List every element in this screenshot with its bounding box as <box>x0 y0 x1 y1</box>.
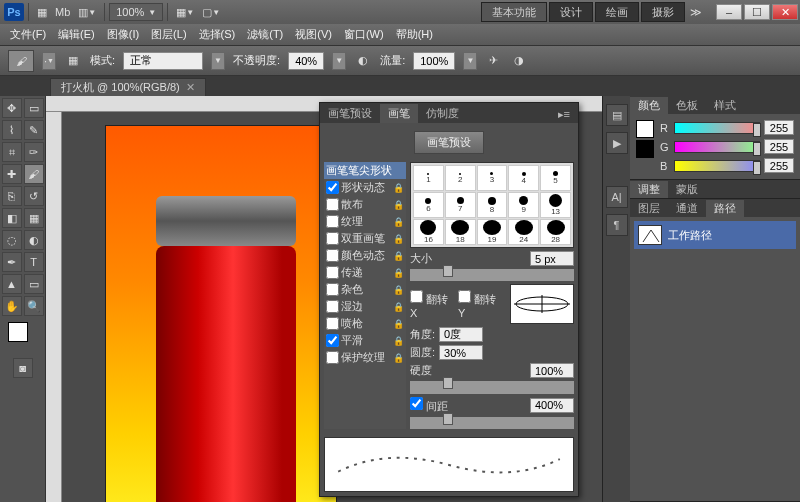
menu-view[interactable]: 视图(V) <box>289 27 338 42</box>
angle-control[interactable] <box>510 284 574 324</box>
vertical-ruler[interactable] <box>46 112 62 502</box>
brush-preset-18[interactable]: 18 <box>445 219 476 245</box>
brush-option-9[interactable]: 喷枪🔒 <box>324 315 406 332</box>
brush-option-2[interactable]: 散布🔒 <box>324 196 406 213</box>
g-slider[interactable] <box>674 141 760 153</box>
airbrush-button[interactable]: ✈ <box>485 52 502 70</box>
brush-preset-4[interactable]: 4 <box>508 165 539 191</box>
tablet-opacity-button[interactable]: ◐ <box>354 52 372 70</box>
spacing-slider[interactable] <box>410 417 574 429</box>
color-bg-swatch[interactable] <box>636 140 654 158</box>
brush-preset-1[interactable]: 1 <box>413 165 444 191</box>
crop-tool[interactable]: ⌗ <box>2 142 22 162</box>
flow-dropdown[interactable]: ▼ <box>463 52 477 70</box>
tab-adjustments[interactable]: 调整 <box>630 181 668 198</box>
color-swatches[interactable] <box>6 320 40 354</box>
g-input[interactable] <box>764 139 794 154</box>
menu-help[interactable]: 帮助(H) <box>390 27 439 42</box>
lasso-tool[interactable]: ⌇ <box>2 120 22 140</box>
foreground-color-swatch[interactable] <box>8 322 28 342</box>
tab-clone-source[interactable]: 仿制度 <box>418 104 467 123</box>
brush-preset-2[interactable]: 2 <box>445 165 476 191</box>
hardness-slider[interactable] <box>410 381 574 393</box>
maximize-button[interactable]: ☐ <box>744 4 770 20</box>
marquee-tool[interactable]: ▭ <box>24 98 44 118</box>
gradient-tool[interactable]: ▦ <box>24 208 44 228</box>
b-input[interactable] <box>764 158 794 173</box>
healing-tool[interactable]: ✚ <box>2 164 22 184</box>
menu-edit[interactable]: 编辑(E) <box>52 27 101 42</box>
actions-panel-icon[interactable]: ▶ <box>606 132 628 154</box>
flow-input[interactable]: 100% <box>413 52 455 70</box>
tab-styles[interactable]: 样式 <box>706 97 744 114</box>
brush-preset-16[interactable]: 16 <box>413 219 444 245</box>
minibridge-button[interactable]: Mb <box>51 3 74 21</box>
brush-preset-6[interactable]: 6 <box>413 192 444 218</box>
dodge-tool[interactable]: ◐ <box>24 230 44 250</box>
brush-preset-picker[interactable]: ·▼ <box>42 52 56 70</box>
brush-preset-8[interactable]: 8 <box>477 192 508 218</box>
brush-option-4[interactable]: 双重画笔🔒 <box>324 230 406 247</box>
bridge-button[interactable]: ▦ <box>33 3 51 21</box>
close-document-icon[interactable]: ✕ <box>186 81 195 94</box>
shape-tool[interactable]: ▭ <box>24 274 44 294</box>
brush-preset-28[interactable]: 28 <box>540 219 571 245</box>
menu-layer[interactable]: 图层(L) <box>145 27 192 42</box>
stamp-tool[interactable]: ⎘ <box>2 186 22 206</box>
workspace-tab-photography[interactable]: 摄影 <box>641 2 685 22</box>
zoom-select[interactable]: 100% ▼ <box>109 3 163 21</box>
size-input[interactable] <box>530 251 574 266</box>
eraser-tool[interactable]: ◧ <box>2 208 22 228</box>
b-slider[interactable] <box>674 160 760 172</box>
tab-color[interactable]: 颜色 <box>630 97 668 114</box>
brush-option-7[interactable]: 杂色🔒 <box>324 281 406 298</box>
brush-panel-toggle[interactable]: ▦ <box>64 52 82 70</box>
tab-swatches[interactable]: 色板 <box>668 97 706 114</box>
zoom-tool[interactable]: 🔍 <box>24 296 44 316</box>
brush-preset-19[interactable]: 19 <box>477 219 508 245</box>
hand-tool[interactable]: ✋ <box>2 296 22 316</box>
size-slider[interactable] <box>410 269 574 281</box>
r-slider[interactable] <box>674 122 760 134</box>
tab-channels[interactable]: 通道 <box>668 200 706 217</box>
close-button[interactable]: ✕ <box>772 4 798 20</box>
tab-paths[interactable]: 路径 <box>706 200 744 217</box>
brush-option-10[interactable]: 平滑🔒 <box>324 332 406 349</box>
workspace-tab-essentials[interactable]: 基本功能 <box>481 2 547 22</box>
brush-option-8[interactable]: 湿边🔒 <box>324 298 406 315</box>
hardness-input[interactable] <box>530 363 574 378</box>
blend-mode-dropdown[interactable]: ▼ <box>211 52 225 70</box>
opacity-input[interactable]: 40% <box>288 52 324 70</box>
paragraph-panel-icon[interactable]: ¶ <box>606 214 628 236</box>
menu-window[interactable]: 窗口(W) <box>338 27 390 42</box>
brush-tip-grid[interactable]: 123456789131618192428 <box>410 162 574 248</box>
brush-preset-7[interactable]: 7 <box>445 192 476 218</box>
brush-preset-9[interactable]: 9 <box>508 192 539 218</box>
menu-image[interactable]: 图像(I) <box>101 27 145 42</box>
spacing-input[interactable] <box>530 398 574 413</box>
spacing-checkbox[interactable]: 间距 <box>410 397 448 414</box>
brush-preset-24[interactable]: 24 <box>508 219 539 245</box>
brush-option-3[interactable]: 纹理🔒 <box>324 213 406 230</box>
blend-mode-select[interactable]: 正常 <box>123 52 203 70</box>
panel-menu-icon[interactable]: ▸≡ <box>550 106 578 123</box>
brush-preset-13[interactable]: 13 <box>540 192 571 218</box>
brush-option-0[interactable]: 画笔笔尖形状 <box>324 162 406 179</box>
tablet-size-button[interactable]: ◑ <box>510 52 528 70</box>
path-item-work-path[interactable]: 工作路径 <box>634 221 796 249</box>
menu-file[interactable]: 文件(F) <box>4 27 52 42</box>
quick-select-tool[interactable]: ✎ <box>24 120 44 140</box>
workspace-more-button[interactable]: ≫ <box>686 3 706 21</box>
workspace-tab-painting[interactable]: 绘画 <box>595 2 639 22</box>
eyedropper-tool[interactable]: ✑ <box>24 142 44 162</box>
move-tool[interactable]: ✥ <box>2 98 22 118</box>
type-tool[interactable]: T <box>24 252 44 272</box>
view-extras-button[interactable]: ▥ ▼ <box>74 3 100 21</box>
angle-input[interactable] <box>439 327 483 342</box>
brush-option-11[interactable]: 保护纹理🔒 <box>324 349 406 366</box>
pen-tool[interactable]: ✒ <box>2 252 22 272</box>
path-select-tool[interactable]: ▲ <box>2 274 22 294</box>
r-input[interactable] <box>764 120 794 135</box>
quickmask-button[interactable]: ◙ <box>13 358 33 378</box>
menu-select[interactable]: 选择(S) <box>193 27 242 42</box>
